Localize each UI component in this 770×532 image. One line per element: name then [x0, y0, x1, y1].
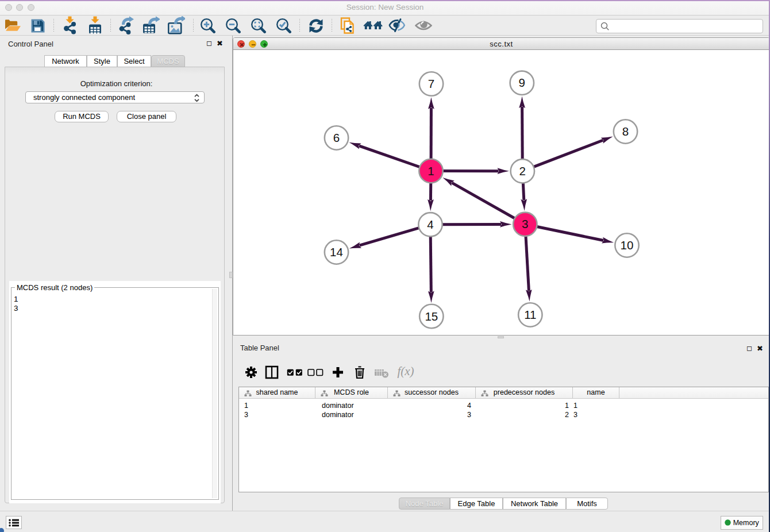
- svg-text:4: 4: [427, 218, 433, 231]
- svg-text:f(x): f(x): [397, 365, 414, 378]
- svg-text:15: 15: [425, 310, 438, 323]
- svg-text:11: 11: [524, 308, 536, 321]
- svg-text:8: 8: [622, 125, 629, 138]
- svg-text:9: 9: [519, 76, 525, 89]
- svg-text:2: 2: [519, 164, 526, 178]
- svg-text:6: 6: [333, 131, 340, 144]
- svg-text:10: 10: [621, 238, 634, 252]
- svg-text:7: 7: [428, 77, 434, 90]
- svg-text:14: 14: [330, 245, 343, 259]
- svg-text:1: 1: [428, 164, 434, 178]
- svg-text:3: 3: [522, 217, 528, 230]
